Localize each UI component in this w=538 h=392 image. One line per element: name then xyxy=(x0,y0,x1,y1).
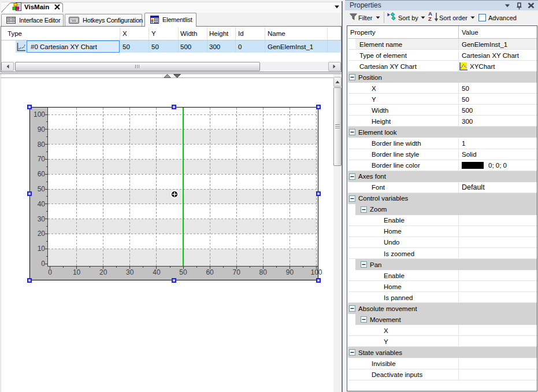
svg-text:20: 20 xyxy=(99,268,107,276)
svg-text:90: 90 xyxy=(286,268,294,276)
svg-text:90: 90 xyxy=(38,125,46,134)
svg-text:60: 60 xyxy=(206,268,214,276)
svg-text:70: 70 xyxy=(233,268,241,276)
svg-text:40: 40 xyxy=(38,200,46,208)
svg-text:30: 30 xyxy=(38,215,46,223)
svg-text:20: 20 xyxy=(38,230,46,238)
svg-text:50: 50 xyxy=(179,268,187,276)
svg-text:0: 0 xyxy=(48,268,52,276)
svg-text:30: 30 xyxy=(126,268,134,276)
svg-text:70: 70 xyxy=(38,155,46,163)
svg-text:10: 10 xyxy=(73,268,81,276)
svg-text:80: 80 xyxy=(259,268,268,276)
svg-text:60: 60 xyxy=(38,170,46,178)
svg-text:100: 100 xyxy=(34,110,45,119)
svg-text:80: 80 xyxy=(38,140,46,149)
svg-text:0: 0 xyxy=(41,260,45,268)
svg-text:10: 10 xyxy=(38,245,46,253)
svg-text:40: 40 xyxy=(153,268,161,276)
svg-text:50: 50 xyxy=(38,185,46,193)
svg-text:100: 100 xyxy=(310,268,322,276)
